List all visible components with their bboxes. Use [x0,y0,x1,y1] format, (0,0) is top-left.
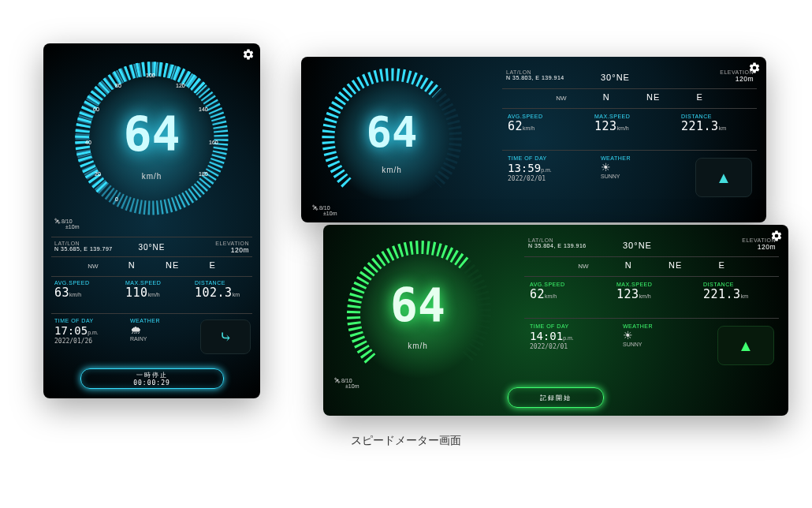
avg-speed-block: AVG.SPEED 63km/h [54,280,89,300]
speedometer-landscape-blue: 64 km/h 🛰 8/10 ±10m LAT/LON N 35.803, E … [301,57,766,222]
direction-tile: ▲ [717,326,774,365]
speed-value: 64 [71,106,233,162]
speedometer-landscape-green: 64 km/h 🛰 8/10 ±10m LAT/LON N 35.804, E … [323,225,788,416]
sun-icon: ☀ [623,329,653,342]
compass-strip: NW N NE E [43,260,260,270]
arrow-icon: ⤷ [219,327,233,346]
distance-block: DISTANCE 102.3km [195,280,240,300]
svg-text:100: 100 [146,73,155,78]
satellite-status: 🛰 8/10 ±10m [312,205,337,216]
elevation-block: ELEVATION 120m [215,241,249,254]
pause-button[interactable]: 一時停止 00:00:29 [80,368,224,389]
avg-speed-block: AVG.SPEED 62km/h [508,114,542,133]
svg-text:120: 120 [176,83,185,88]
time-block: TIME OF DAY 17:05p.m. 2022/01/26 [54,318,99,345]
compass-strip: NW N NE E [502,92,757,102]
speed-unit: km/h [317,166,467,174]
elevation-block: ELEVATION 120m [742,237,776,251]
speedometer-portrait-blue: 02040 6080100 120140160 180 64 km/h 🛰 8/… [43,43,260,398]
speed-gauge: 64 km/h [317,63,467,213]
heading: 30°NE [601,73,630,82]
sun-icon: ☀ [601,161,631,174]
arrow-icon: ▲ [716,169,732,187]
compass-strip: NW N NE E [524,260,779,270]
weather-block: WEATHER ☀ SUNNY [601,155,631,179]
weather-block: WEATHER 🌧 RAINY [130,318,160,342]
distance-block: DISTANCE 221.3km [681,114,726,133]
max-speed-block: MAX.SPEED 110km/h [125,280,161,300]
elevation-block: ELEVATION 120m [720,69,754,83]
speed-gauge: 64 km/h [339,233,497,390]
satellite-status: 🛰 8/10 ±10m [334,378,359,389]
max-speed-block: MAX.SPEED 123km/h [616,282,652,301]
gear-icon[interactable] [242,48,255,61]
record-start-button[interactable]: 記録開始 [508,387,604,408]
latlon-block: LAT/LON N 35.803, E 139.914 [506,69,564,80]
direction-tile: ⤷ [200,319,251,354]
weather-block: WEATHER ☀ SUNNY [623,323,653,347]
caption: スピードメーター画面 [0,434,812,448]
speed-value: 64 [317,107,467,157]
time-block: TIME OF DAY 13:59p.m. 2022/02/01 [508,155,552,182]
speed-unit: km/h [71,172,233,181]
svg-text:0: 0 [115,196,118,202]
satellite-icon: 🛰 [54,219,60,224]
satellite-status: 🛰 8/10 ±10m [54,219,79,230]
distance-block: DISTANCE 221.3km [703,282,748,301]
heading: 30°NE [623,241,652,250]
speed-gauge: 02040 6080100 120140160 180 64 km/h [71,58,233,219]
arrow-icon: ▲ [738,337,754,355]
svg-text:80: 80 [115,83,121,88]
speed-value: 64 [339,278,497,332]
avg-speed-block: AVG.SPEED 62km/h [530,282,564,301]
direction-tile: ▲ [695,158,752,197]
time-block: TIME OF DAY 14:01p.m. 2022/02/01 [530,323,574,350]
rain-icon: 🌧 [130,323,160,336]
speed-unit: km/h [339,342,497,350]
max-speed-block: MAX.SPEED 123km/h [594,114,630,133]
latlon-block: LAT/LON N 35.804, E 139.916 [528,237,587,248]
